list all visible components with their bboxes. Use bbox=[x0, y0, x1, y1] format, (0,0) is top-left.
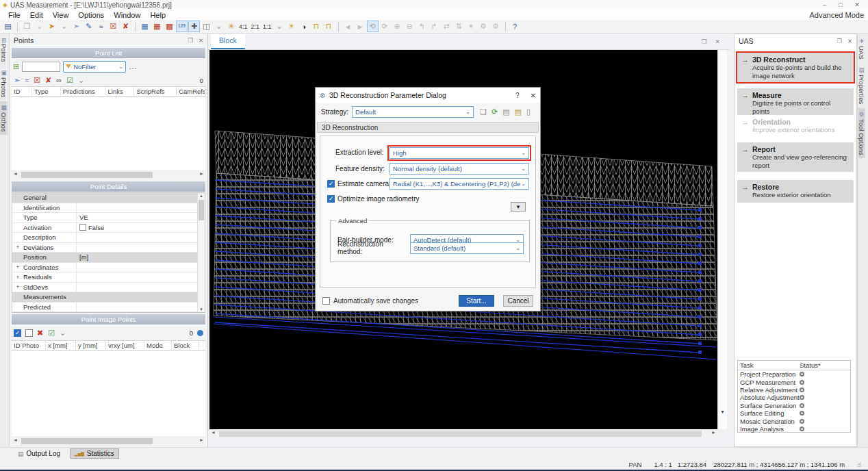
paste-icon[interactable]: ❐ bbox=[21, 21, 33, 32]
viewport-hscrollbar[interactable] bbox=[209, 429, 717, 438]
point-list-col-links[interactable]: Links bbox=[106, 87, 135, 96]
move-point-tool-icon[interactable]: ➤ bbox=[46, 21, 58, 32]
zoom-chevron-icon[interactable]: ⌄ bbox=[274, 21, 285, 32]
pan-tool-icon[interactable]: ✚ bbox=[188, 21, 200, 32]
detail-row-measurements[interactable]: Measurements bbox=[12, 292, 205, 303]
point-list-empty-area[interactable] bbox=[12, 97, 205, 170]
select-none-checkbox[interactable] bbox=[25, 329, 33, 337]
cancel-button[interactable]: Cancel bbox=[503, 295, 533, 307]
status-ring-icon[interactable] bbox=[800, 411, 804, 416]
estimate-camera-dropdown[interactable]: Radial (K1,...,K3) & Decentering (P1,P2)… bbox=[390, 178, 529, 190]
status-ring-icon[interactable] bbox=[800, 419, 804, 424]
close-button[interactable]: ✕ bbox=[854, 1, 860, 8]
point-list-col-predictions[interactable]: Predictions bbox=[61, 87, 106, 96]
dialog-close-button[interactable]: ✕ bbox=[531, 92, 536, 99]
status-ring-icon[interactable] bbox=[800, 395, 804, 400]
float-panel-icon[interactable]: ❐ bbox=[837, 38, 842, 44]
detail-row-general[interactable]: General bbox=[12, 193, 205, 203]
point-list-col-camrefs[interactable]: CamRefs bbox=[177, 87, 205, 96]
status-column-header[interactable]: Status* bbox=[800, 361, 821, 369]
contrast-icon[interactable]: ◑ bbox=[298, 21, 310, 32]
save-icon[interactable]: ▤ bbox=[2, 21, 14, 32]
start-button[interactable]: Start... bbox=[459, 295, 494, 307]
point-list-col-type[interactable]: Type bbox=[32, 87, 61, 96]
left-tab-orthos[interactable]: ▦Orthos bbox=[0, 101, 8, 135]
collapse-advanced-button[interactable]: ▼ bbox=[511, 202, 526, 212]
menu-help[interactable]: Help bbox=[145, 11, 170, 19]
detail-row-activation[interactable]: ActivationFalse bbox=[12, 223, 205, 233]
expand-icon[interactable]: + bbox=[12, 244, 23, 251]
menu-window[interactable]: Window bbox=[109, 11, 145, 19]
right-tab-tool-options[interactable]: ⚙Tool Options bbox=[858, 108, 865, 158]
optimize-radiometry-checkbox[interactable] bbox=[327, 195, 335, 203]
image-points-col-mode[interactable]: Mode bbox=[144, 341, 172, 350]
detail-row-identification[interactable]: Identification bbox=[12, 203, 205, 214]
show-point-ids-icon[interactable]: ¹²³ bbox=[176, 21, 188, 32]
unlock-icon[interactable]: ⊓ bbox=[311, 21, 322, 32]
select-images-icon[interactable]: ▦ bbox=[139, 21, 151, 32]
float-panel-icon[interactable]: ❐ bbox=[188, 37, 193, 44]
dialog-help-button[interactable]: ? bbox=[515, 92, 520, 99]
delete-image-point-icon[interactable]: ✖ bbox=[37, 329, 43, 338]
trace-line-icon[interactable]: ≈ bbox=[25, 76, 29, 85]
check-chevron-icon[interactable]: ⌄ bbox=[78, 76, 84, 85]
rotate-cw-icon[interactable]: ⟳ bbox=[379, 21, 391, 32]
point-details-vscrollbar[interactable] bbox=[197, 193, 205, 312]
remove-all-images-icon[interactable]: ▩ bbox=[164, 21, 175, 32]
image-points-hscrollbar[interactable] bbox=[12, 437, 205, 446]
uas-action-restore[interactable]: →RestoreRestore exterior orientation bbox=[737, 180, 854, 203]
move-chevron-icon[interactable]: ⌄ bbox=[58, 21, 70, 32]
delete-selected-icon[interactable]: ✘ bbox=[45, 76, 51, 85]
strategy-dropdown[interactable]: Default ⌄ bbox=[352, 106, 474, 118]
status-ring-icon[interactable] bbox=[800, 380, 804, 385]
pick-point-icon[interactable]: ➣ bbox=[14, 76, 20, 85]
menu-edit[interactable]: Edit bbox=[25, 11, 48, 19]
expand-icon[interactable]: + bbox=[12, 274, 23, 281]
point-list-col-id[interactable]: ID bbox=[12, 87, 32, 96]
left-tab-points[interactable]: ⊞Points bbox=[0, 35, 8, 65]
camera-pose-icon[interactable]: ✴ bbox=[465, 21, 477, 32]
menu-file[interactable]: File bbox=[3, 11, 25, 19]
brightness-icon[interactable]: ☀ bbox=[286, 21, 298, 32]
rotate-ccw-icon[interactable]: ⟲ bbox=[367, 21, 379, 32]
point-list-col-scriprefs[interactable]: ScripRefs bbox=[134, 87, 177, 96]
add-point-icon[interactable]: ⊞ bbox=[13, 62, 19, 71]
flip-vertical-icon[interactable]: ⇅ bbox=[453, 21, 465, 32]
image-points-col-vrxy-um-[interactable]: vrxy [um] bbox=[106, 341, 144, 350]
detect-gear-icon[interactable]: ⚙ bbox=[478, 21, 489, 32]
expand-icon[interactable]: + bbox=[12, 264, 23, 270]
zoom-in-icon[interactable]: ⊕ bbox=[392, 21, 403, 32]
tab-block[interactable]: Block bbox=[211, 34, 245, 49]
uas-action-measure[interactable]: →MeasureDigitize tie points or control p… bbox=[737, 88, 854, 118]
status-ring-icon[interactable] bbox=[800, 403, 804, 408]
status-ring-icon[interactable] bbox=[800, 372, 804, 377]
image-points-col-block[interactable]: Block bbox=[172, 341, 199, 350]
whats-this-icon[interactable]: ? bbox=[509, 21, 521, 32]
autosave-checkbox[interactable] bbox=[322, 297, 330, 305]
check-chevron-icon[interactable]: ⌄ bbox=[60, 329, 66, 338]
float-view-icon[interactable]: ❐ bbox=[701, 38, 706, 45]
section-tab-3d-reconstruction[interactable]: 3D Reconstruction bbox=[317, 122, 539, 133]
prev-image-icon[interactable]: ◄ bbox=[342, 21, 354, 32]
reconstruction-method-dropdown[interactable]: Standard (default) ⌄ bbox=[410, 242, 524, 254]
reload-strategy-icon[interactable]: ⟳ bbox=[492, 107, 498, 116]
uas-action-orientation[interactable]: →OrientationImprove exterior orientation… bbox=[737, 115, 854, 138]
detail-row-description[interactable]: Description bbox=[12, 233, 205, 243]
image-points-col-y-mm-[interactable]: y [mm] bbox=[76, 341, 106, 350]
delete-marked-points-icon[interactable]: ☒ bbox=[107, 21, 119, 32]
delete-strategy-icon[interactable]: ▯ bbox=[526, 107, 531, 116]
extraction-level-dropdown[interactable]: High ⌄ bbox=[390, 147, 529, 159]
menu-view[interactable]: View bbox=[48, 11, 74, 19]
point-list-hscrollbar[interactable] bbox=[12, 170, 205, 179]
paste-chevron-icon[interactable]: ⌄ bbox=[34, 21, 45, 32]
zoom-4-1-label[interactable]: 4:1 bbox=[238, 21, 249, 32]
false-checkbox[interactable] bbox=[79, 224, 86, 231]
detail-row-predicted[interactable]: Predicted bbox=[12, 303, 205, 313]
zoom-2-1-label[interactable]: 2:1 bbox=[250, 21, 261, 32]
measure-tool-icon[interactable]: ✎ bbox=[83, 21, 94, 32]
detail-row-coordinates[interactable]: +Coordinates bbox=[12, 263, 205, 273]
match-gear-icon[interactable]: ⚙ bbox=[490, 21, 502, 32]
dialog-title-bar[interactable]: ⚙ 3D Reconstruction Parameter Dialog ? ✕ bbox=[316, 88, 540, 103]
remove-image-icon[interactable]: ▦ bbox=[151, 21, 163, 32]
select-all-checkbox[interactable] bbox=[14, 329, 21, 337]
